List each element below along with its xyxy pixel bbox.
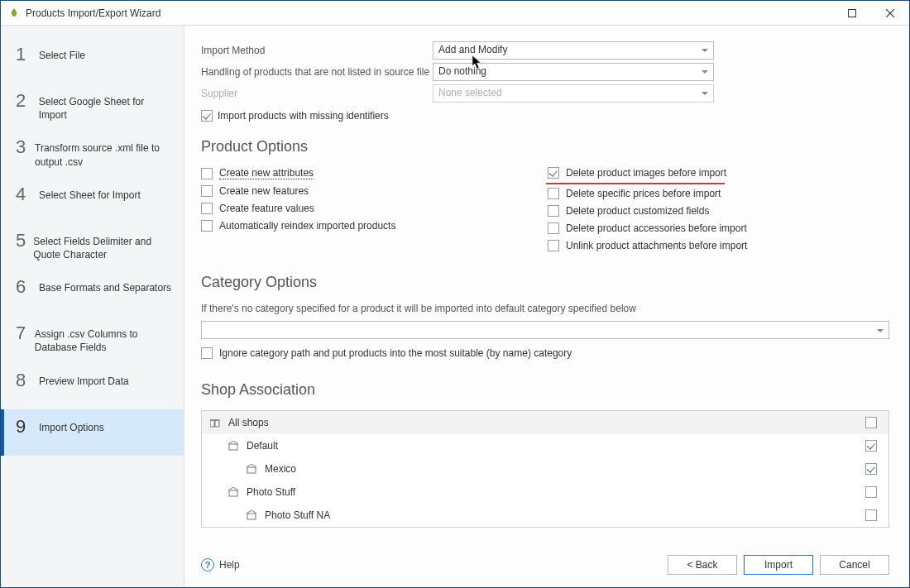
- checkbox-icon[interactable]: [548, 205, 559, 217]
- product-options-header: Product Options: [201, 138, 889, 155]
- svg-rect-9: [247, 514, 256, 519]
- maximize-button[interactable]: [833, 1, 871, 26]
- title-bar: Products Import/Export Wizard: [1, 1, 909, 26]
- import-button[interactable]: Import: [744, 555, 813, 575]
- window-title: Products Import/Export Wizard: [26, 7, 833, 19]
- supplier-dropdown: None selected: [433, 84, 714, 103]
- checkbox-icon[interactable]: [201, 110, 213, 122]
- back-button[interactable]: < Back: [668, 555, 737, 575]
- category-note: If there's no category specified for a p…: [201, 303, 889, 314]
- wizard-steps-sidebar: 1 Select File 2 Select Google Sheet for …: [1, 26, 184, 587]
- shop-icon: [247, 510, 258, 520]
- main-panel: Import Method Add and Modify Handling of…: [184, 26, 909, 587]
- step-7[interactable]: 7 Assign .csv Columns to Database Fields: [1, 316, 184, 362]
- step-5[interactable]: 5 Select Fields Delimiter and Quote Char…: [1, 223, 184, 270]
- svg-rect-0: [849, 9, 856, 17]
- checkbox-icon[interactable]: [865, 440, 877, 452]
- supplier-label: Supplier: [201, 88, 433, 99]
- help-link[interactable]: ? Help: [201, 558, 240, 571]
- shop-row-photo[interactable]: Photo Stuff: [202, 480, 888, 504]
- checkbox-icon[interactable]: [865, 509, 877, 521]
- shop-tree: All shops Default: [201, 410, 889, 528]
- checkbox-icon[interactable]: [201, 168, 213, 179]
- chevron-down-icon: [702, 70, 708, 74]
- step-6[interactable]: 6 Base Formats and Separators: [1, 270, 184, 316]
- step-2[interactable]: 2 Select Google Sheet for Import: [1, 84, 184, 130]
- handling-label: Handling of products that are not listed…: [201, 66, 433, 78]
- category-options-header: Category Options: [201, 274, 889, 291]
- checkbox-icon[interactable]: [548, 240, 559, 251]
- svg-rect-4: [215, 420, 219, 427]
- step-9[interactable]: 9 Import Options: [1, 409, 184, 456]
- shop-icon: [228, 441, 240, 451]
- opt-create-new-attributes[interactable]: Create new attributes: [201, 167, 543, 179]
- opt-create-new-features[interactable]: Create new features: [201, 185, 543, 197]
- shop-row-default[interactable]: Default: [202, 434, 888, 457]
- opt-delete-images[interactable]: Delete product images before import: [548, 167, 889, 179]
- handling-dropdown[interactable]: Do nothing: [433, 63, 714, 81]
- opt-delete-specific-prices[interactable]: Delete specific prices before import: [548, 188, 889, 199]
- shop-row-mexico[interactable]: Mexico: [202, 457, 888, 480]
- svg-rect-6: [229, 444, 237, 450]
- checkbox-icon[interactable]: [548, 167, 559, 179]
- app-icon: [7, 7, 21, 20]
- opt-ignore-category-path[interactable]: Ignore category path and put products in…: [201, 347, 889, 359]
- chevron-down-icon: [877, 329, 884, 332]
- shop-row-photo-na[interactable]: Photo Stuff NA: [202, 504, 888, 527]
- checkbox-icon[interactable]: [201, 203, 213, 214]
- opt-unlink-attachments[interactable]: Unlink product attachments before import: [548, 240, 889, 251]
- opt-create-feature-values[interactable]: Create feature values: [201, 203, 543, 214]
- close-button[interactable]: [871, 1, 909, 26]
- shop-icon: [228, 487, 240, 497]
- shop-row-all[interactable]: All shops: [202, 411, 888, 434]
- checkbox-icon[interactable]: [865, 463, 877, 475]
- chevron-down-icon: [702, 92, 708, 95]
- step-3[interactable]: 3 Transform source .xml file to output .…: [1, 130, 184, 176]
- import-method-label: Import Method: [201, 45, 433, 56]
- checkbox-icon[interactable]: [548, 188, 559, 199]
- cancel-button[interactable]: Cancel: [820, 555, 889, 575]
- chevron-down-icon: [702, 49, 708, 52]
- svg-rect-7: [247, 467, 256, 473]
- checkbox-icon[interactable]: [201, 347, 213, 359]
- checkbox-icon[interactable]: [865, 417, 877, 428]
- checkbox-icon[interactable]: [548, 222, 559, 234]
- opt-delete-accessories[interactable]: Delete product accessories before import: [548, 222, 889, 234]
- step-8[interactable]: 8 Preview Import Data: [1, 363, 184, 409]
- import-method-dropdown[interactable]: Add and Modify: [433, 41, 714, 60]
- svg-rect-8: [229, 490, 237, 496]
- highlight-underline: [546, 183, 725, 184]
- checkbox-icon[interactable]: [201, 220, 213, 232]
- svg-rect-3: [210, 420, 214, 427]
- step-1[interactable]: 1 Select File: [1, 37, 184, 84]
- checkbox-icon[interactable]: [865, 486, 877, 498]
- help-icon: ?: [201, 558, 214, 571]
- shop-icon: [247, 464, 258, 474]
- shop-association-header: Shop Association: [201, 381, 889, 399]
- import-missing-ids-option[interactable]: Import products with missing identifiers: [201, 110, 889, 122]
- default-category-dropdown[interactable]: [201, 321, 889, 339]
- checkbox-icon[interactable]: [201, 185, 213, 197]
- step-4[interactable]: 4 Select Sheet for Import: [1, 177, 184, 223]
- shop-group-icon: [210, 418, 222, 428]
- footer: ? Help < Back Import Cancel: [184, 543, 909, 587]
- opt-auto-reindex[interactable]: Automatically reindex imported products: [201, 220, 543, 232]
- opt-delete-customized-fields[interactable]: Delete product customized fields: [548, 205, 889, 217]
